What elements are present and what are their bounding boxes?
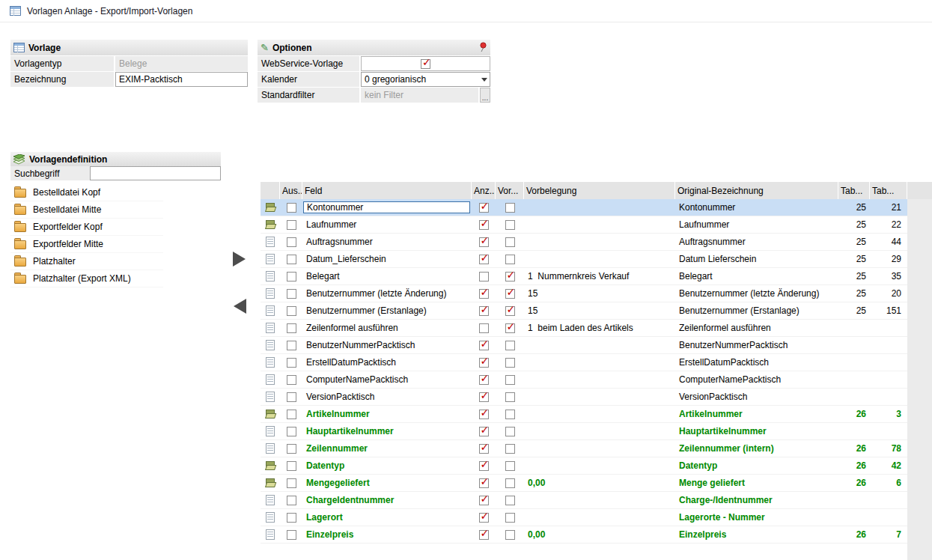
vorbelegung-checkbox[interactable] [505,341,515,350]
anzeigen-checkbox[interactable] [479,272,489,281]
vorbelegung-checkbox[interactable] [505,513,515,523]
pin-icon[interactable] [479,42,487,52]
table-row[interactable]: LaufnummerLaufnummer2522 [261,216,907,234]
anzeigen-checkbox[interactable] [479,375,489,385]
aus-checkbox[interactable] [287,203,296,213]
table-row[interactable]: AuftragsnummerAuftragsnummer2544 [261,234,907,251]
column-header[interactable]: Vor... [496,182,524,199]
anzeigen-checkbox[interactable] [479,410,489,419]
table-row[interactable]: Datum_LieferscheinDatum Lieferschein2529 [261,251,907,268]
anzeigen-checkbox[interactable] [479,427,489,436]
column-header[interactable]: Tab... [838,182,870,199]
folder-list-item[interactable]: Exportfelder Mitte [10,236,163,253]
kalender-dropdown[interactable]: 0 gregorianisch [361,72,490,87]
folder-list-item[interactable]: Bestelldatei Mitte [10,201,163,219]
folder-list-item[interactable]: Exportfelder Kopf [10,219,163,236]
vorbelegung-checkbox[interactable] [505,272,515,281]
search-input[interactable] [90,166,221,180]
feld-edit-input[interactable]: Kontonummer [303,201,470,213]
vorbelegung-checkbox[interactable] [505,358,515,368]
table-row[interactable]: DatentypDatentyp2642 [261,457,907,475]
aus-checkbox[interactable] [287,392,296,402]
anzeigen-checkbox[interactable] [479,203,489,213]
aus-checkbox[interactable] [287,513,296,523]
aus-checkbox[interactable] [287,323,296,333]
anzeigen-checkbox[interactable] [479,530,489,540]
anzeigen-checkbox[interactable] [479,323,489,333]
vorbelegung-checkbox[interactable] [505,496,515,505]
table-row[interactable]: KontonummerKontonummer2521 [261,199,907,216]
table-row[interactable]: Benutzernummer (letzte Änderung)15Benutz… [261,285,907,302]
column-header[interactable]: Original-Bezeichnung [675,182,838,199]
folder-list-item[interactable]: Bestelldatei Kopf [10,184,163,201]
folder-list-item[interactable]: Platzhalter (Export XML) [10,270,163,287]
table-row[interactable]: Benutzernummer (Erstanlage)15Benutzernum… [261,302,907,320]
column-header[interactable]: Vorbelegung [524,182,675,199]
table-row[interactable]: BenutzerNummerPacktischBenutzerNummerPac… [261,337,907,354]
anzeigen-checkbox[interactable] [479,289,489,299]
column-header[interactable]: Feld [302,182,472,199]
anzeigen-checkbox[interactable] [479,358,489,368]
vorbelegung-checkbox[interactable] [505,203,515,213]
aus-checkbox[interactable] [287,255,296,264]
aus-checkbox[interactable] [287,530,296,540]
anzeigen-checkbox[interactable] [479,478,489,488]
anzeigen-checkbox[interactable] [479,444,489,454]
dropdown-arrow-icon[interactable] [478,73,490,86]
table-row[interactable]: ZeilennummerZeilennummer (intern)2678 [261,440,907,457]
table-row[interactable]: LagerortLagerorte - Nummer [261,509,907,526]
anzeigen-checkbox[interactable] [479,220,489,230]
standardfilter-more-button[interactable]: ... [480,88,490,103]
aus-checkbox[interactable] [287,220,296,230]
bezeichnung-input[interactable] [115,72,248,87]
aus-checkbox[interactable] [287,237,296,247]
vorbelegung-checkbox[interactable] [505,392,515,402]
vorbelegung-checkbox[interactable] [505,289,515,299]
vorbelegung-checkbox[interactable] [505,444,515,454]
vorbelegung-checkbox[interactable] [505,323,515,333]
table-row[interactable]: ErstellDatumPacktischErstellDatumPacktis… [261,354,907,371]
anzeigen-checkbox[interactable] [479,255,489,264]
aus-checkbox[interactable] [287,444,296,454]
aus-checkbox[interactable] [287,358,296,368]
column-header[interactable]: Anz... [472,182,496,199]
table-row[interactable]: VersionPacktischVersionPacktisch [261,389,907,406]
aus-checkbox[interactable] [287,427,296,436]
table-row[interactable]: ChargeIdentnummerCharge-/Identnummer [261,492,907,509]
aus-checkbox[interactable] [287,341,296,350]
aus-checkbox[interactable] [287,306,296,316]
webservice-checkbox[interactable] [421,59,430,69]
anzeigen-checkbox[interactable] [479,341,489,350]
table-row[interactable]: Mengegeliefert0,00Menge geliefert266 [261,475,907,492]
table-row[interactable]: HauptartikelnummerHauptartikelnummer [261,423,907,440]
aus-checkbox[interactable] [287,272,296,281]
vorbelegung-checkbox[interactable] [505,255,515,264]
table-row[interactable]: Belegart1 Nummernkreis VerkaufBelegart25… [261,268,907,285]
vorbelegung-checkbox[interactable] [505,410,515,419]
vorbelegung-checkbox[interactable] [505,375,515,385]
anzeigen-checkbox[interactable] [479,306,489,316]
move-right-button[interactable] [233,252,246,267]
aus-checkbox[interactable] [287,410,296,419]
table-row[interactable]: Einzelpreis0,00Einzelpreis267 [261,526,907,544]
vorbelegung-checkbox[interactable] [505,237,515,247]
anzeigen-checkbox[interactable] [479,237,489,247]
vorbelegung-checkbox[interactable] [505,427,515,436]
vorbelegung-checkbox[interactable] [505,461,515,471]
table-row[interactable]: Zeilenformel ausführen1 beim Laden des A… [261,320,907,337]
anzeigen-checkbox[interactable] [479,392,489,402]
vorbelegung-checkbox[interactable] [505,478,515,488]
vorbelegung-checkbox[interactable] [505,530,515,540]
aus-checkbox[interactable] [287,289,296,299]
aus-checkbox[interactable] [287,478,296,488]
column-header[interactable]: Tab... [870,182,907,199]
vorbelegung-checkbox[interactable] [505,220,515,230]
vorbelegung-checkbox[interactable] [505,306,515,316]
anzeigen-checkbox[interactable] [479,461,489,471]
anzeigen-checkbox[interactable] [479,496,489,505]
folder-list-item[interactable]: Platzhalter [10,253,163,270]
anzeigen-checkbox[interactable] [479,513,489,523]
aus-checkbox[interactable] [287,375,296,385]
table-row[interactable]: ArtikelnummerArtikelnummer263 [261,406,907,423]
column-header[interactable] [261,182,280,199]
